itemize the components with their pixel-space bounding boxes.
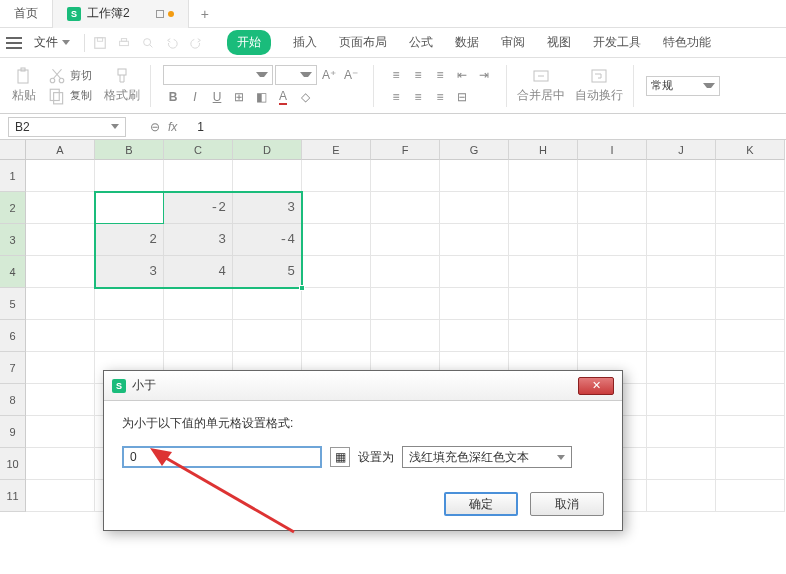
- row-header[interactable]: 11: [0, 480, 26, 512]
- col-header[interactable]: A: [26, 140, 95, 160]
- ok-button[interactable]: 确定: [444, 492, 518, 516]
- chevron-down-icon: [300, 72, 312, 77]
- print-preview-icon[interactable]: [141, 36, 155, 50]
- ribbon-tab-dev[interactable]: 开发工具: [593, 34, 641, 51]
- separator: [150, 65, 151, 107]
- svg-rect-3: [121, 38, 126, 41]
- svg-rect-12: [50, 89, 59, 100]
- italic-button[interactable]: I: [185, 87, 205, 107]
- col-header[interactable]: J: [647, 140, 716, 160]
- row-header[interactable]: 8: [0, 384, 26, 416]
- decrease-font-button[interactable]: A⁻: [341, 65, 361, 85]
- indent-increase-button[interactable]: ⇥: [474, 65, 494, 85]
- tab-home-label: 首页: [14, 5, 38, 22]
- align-left-button[interactable]: ≡: [386, 87, 406, 107]
- col-header[interactable]: F: [371, 140, 440, 160]
- separator: [84, 34, 85, 52]
- copy-icon: [48, 87, 66, 105]
- title-tab-bar: 首页 S 工作簿2 +: [0, 0, 786, 28]
- chevron-down-icon: [62, 40, 70, 45]
- number-format-combo[interactable]: 常规: [646, 76, 720, 96]
- row-header[interactable]: 4: [0, 256, 26, 288]
- row-header[interactable]: 2: [0, 192, 26, 224]
- merge-center-button[interactable]: 合并居中: [513, 65, 569, 106]
- name-box[interactable]: B2: [8, 117, 126, 137]
- fill-handle[interactable]: [299, 285, 305, 291]
- menu-bar: 文件 开始 插入 页面布局 公式 数据 审阅 视图 开发工具 特色功能: [0, 28, 786, 58]
- ribbon-tab-start[interactable]: 开始: [227, 30, 271, 55]
- underline-button[interactable]: U: [207, 87, 227, 107]
- text-direction-button[interactable]: ⊟: [452, 87, 472, 107]
- file-menu[interactable]: 文件: [28, 34, 76, 51]
- svg-rect-6: [18, 70, 28, 83]
- row-header[interactable]: 6: [0, 320, 26, 352]
- range-picker-button[interactable]: ▦: [330, 447, 350, 467]
- redo-icon[interactable]: [189, 36, 203, 50]
- chevron-down-icon: [703, 83, 715, 88]
- new-tab-button[interactable]: +: [189, 6, 221, 22]
- col-header[interactable]: B: [95, 140, 164, 160]
- ribbon-tab-insert[interactable]: 插入: [293, 34, 317, 51]
- align-middle-button[interactable]: ≡: [408, 65, 428, 85]
- align-top-button[interactable]: ≡: [386, 65, 406, 85]
- border-button[interactable]: ⊞: [229, 87, 249, 107]
- select-all-corner[interactable]: [0, 140, 26, 160]
- bold-button[interactable]: B: [163, 87, 183, 107]
- font-color-button[interactable]: A: [273, 87, 293, 107]
- close-button[interactable]: ✕: [578, 377, 614, 395]
- print-icon[interactable]: [117, 36, 131, 50]
- format-painter-button[interactable]: 格式刷: [100, 65, 144, 106]
- align-center-button[interactable]: ≡: [408, 87, 428, 107]
- col-header[interactable]: I: [578, 140, 647, 160]
- row-header[interactable]: 10: [0, 448, 26, 480]
- ribbon-tab-data[interactable]: 数据: [455, 34, 479, 51]
- row-header[interactable]: 3: [0, 224, 26, 256]
- col-header[interactable]: E: [302, 140, 371, 160]
- col-header[interactable]: D: [233, 140, 302, 160]
- formula-input[interactable]: 1: [197, 120, 204, 134]
- col-header[interactable]: K: [716, 140, 785, 160]
- format-select-value: 浅红填充色深红色文本: [409, 449, 529, 466]
- svg-line-10: [54, 69, 62, 78]
- tab-workbook[interactable]: S 工作簿2: [53, 0, 189, 28]
- ribbon-tab-special[interactable]: 特色功能: [663, 34, 711, 51]
- fx-icon[interactable]: fx: [168, 120, 177, 134]
- col-header[interactable]: G: [440, 140, 509, 160]
- tab-home[interactable]: 首页: [0, 0, 53, 28]
- dialog-titlebar[interactable]: S 小于 ✕: [104, 371, 622, 401]
- clear-format-button[interactable]: ◇: [295, 87, 315, 107]
- format-select[interactable]: 浅红填充色深红色文本: [402, 446, 572, 468]
- undo-icon[interactable]: [165, 36, 179, 50]
- ribbon-tab-review[interactable]: 审阅: [501, 34, 525, 51]
- cancel-button[interactable]: 取消: [530, 492, 604, 516]
- ribbon-tab-page-layout[interactable]: 页面布局: [339, 34, 387, 51]
- font-name-combo[interactable]: [163, 65, 273, 85]
- merge-icon: [532, 67, 550, 85]
- copy-button[interactable]: 复制: [48, 87, 92, 105]
- align-right-button[interactable]: ≡: [430, 87, 450, 107]
- threshold-input[interactable]: 0: [122, 446, 322, 468]
- col-header[interactable]: H: [509, 140, 578, 160]
- ribbon-tab-formula[interactable]: 公式: [409, 34, 433, 51]
- row-header[interactable]: 7: [0, 352, 26, 384]
- indent-decrease-button[interactable]: ⇤: [452, 65, 472, 85]
- cancel-formula-icon[interactable]: ⊖: [150, 120, 160, 134]
- paste-icon: [15, 67, 33, 85]
- wrap-text-button[interactable]: 自动换行: [571, 65, 627, 106]
- row-header[interactable]: 5: [0, 288, 26, 320]
- col-header[interactable]: C: [164, 140, 233, 160]
- app-menu-icon[interactable]: [6, 37, 22, 49]
- cut-button[interactable]: 剪切: [48, 67, 92, 85]
- quick-access-toolbar: [93, 36, 203, 50]
- merge-label: 合并居中: [517, 87, 565, 104]
- increase-font-button[interactable]: A⁺: [319, 65, 339, 85]
- align-bottom-button[interactable]: ≡: [430, 65, 450, 85]
- row-header[interactable]: 1: [0, 160, 26, 192]
- save-icon[interactable]: [93, 36, 107, 50]
- row-header[interactable]: 9: [0, 416, 26, 448]
- paste-button[interactable]: 粘贴: [8, 65, 40, 106]
- ribbon-tab-view[interactable]: 视图: [547, 34, 571, 51]
- font-size-combo[interactable]: [275, 65, 317, 85]
- cut-label: 剪切: [70, 68, 92, 83]
- fill-color-button[interactable]: ◧: [251, 87, 271, 107]
